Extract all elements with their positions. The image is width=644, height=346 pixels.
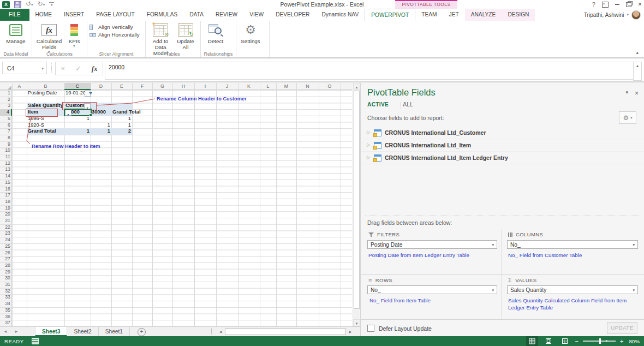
- field-table-row[interactable]: ▷ CRONUS International Ltd_Item: [361, 139, 644, 152]
- settings-button[interactable]: ⚙ Settings: [238, 22, 263, 44]
- row-header-5[interactable]: 5: [0, 116, 12, 122]
- scroll-left-icon[interactable]: ◀: [217, 328, 224, 336]
- row-header-11[interactable]: 11: [0, 154, 12, 160]
- manage-button[interactable]: Manage: [2, 22, 29, 44]
- tab-analyze[interactable]: ANALYZE: [465, 9, 502, 21]
- user-account[interactable]: Tripathi, Ashwini ▾: [584, 9, 641, 21]
- horizontal-scrollbar[interactable]: ◀ ▶: [217, 328, 354, 336]
- update-button[interactable]: UPDATE: [607, 322, 637, 334]
- normal-view-icon[interactable]: [526, 336, 538, 346]
- row-header-37[interactable]: 37: [0, 320, 12, 326]
- row-header-29[interactable]: 29: [0, 269, 12, 276]
- kpis-button[interactable]: KPIs ▾: [66, 22, 82, 47]
- grid-cell-e3[interactable]: [111, 103, 132, 109]
- row-header-2[interactable]: 2: [0, 97, 12, 103]
- pane-options-icon[interactable]: ▾: [625, 90, 628, 97]
- vertical-scroll-thumb[interactable]: [354, 91, 360, 309]
- grid-cell-b6[interactable]: 1920-S: [27, 122, 64, 129]
- row-header-34[interactable]: 34: [0, 301, 12, 307]
- row-header-18[interactable]: 18: [0, 199, 12, 205]
- grid-cell-e5[interactable]: 1: [111, 116, 132, 122]
- expand-formula-bar-icon[interactable]: ▲: [633, 62, 642, 81]
- grid-cell-b7[interactable]: Grand Total: [27, 128, 64, 135]
- column-header-i[interactable]: I: [194, 83, 216, 90]
- update-all-button[interactable]: ↻ Update All: [175, 22, 196, 50]
- row-header-15[interactable]: 15: [0, 180, 12, 186]
- row-header-26[interactable]: 26: [0, 250, 12, 256]
- tab-design[interactable]: DESIGN: [502, 9, 535, 21]
- ribbon-display-options-icon[interactable]: [602, 2, 609, 8]
- column-header-g[interactable]: G: [152, 83, 172, 90]
- expand-icon[interactable]: ▷: [367, 152, 370, 164]
- row-header-8[interactable]: 8: [0, 135, 12, 141]
- scroll-right-icon[interactable]: ▶: [347, 328, 354, 336]
- pane-tab-all[interactable]: ALL: [403, 102, 413, 108]
- macro-record-icon[interactable]: [32, 338, 39, 344]
- row-header-12[interactable]: 12: [0, 160, 12, 167]
- align-horizontally-button[interactable]: Align Horizontally: [90, 32, 140, 38]
- columns-field-dropdown[interactable]: No_▾: [507, 240, 638, 249]
- zoom-out-icon[interactable]: −: [575, 338, 579, 344]
- scroll-down-icon[interactable]: ▾: [353, 319, 360, 326]
- save-icon[interactable]: [14, 1, 21, 8]
- column-header-a[interactable]: A: [12, 83, 27, 90]
- sheet-nav-left-icon[interactable]: ◂: [0, 327, 11, 336]
- tab-bar-splitter[interactable]: [211, 329, 212, 335]
- filters-field-dropdown[interactable]: Posting Date▾: [367, 240, 497, 249]
- tab-jet[interactable]: JET: [443, 9, 465, 21]
- defer-checkbox[interactable]: [367, 325, 374, 332]
- cancel-entry-icon[interactable]: ×: [61, 64, 65, 73]
- expand-icon[interactable]: ▷: [367, 127, 370, 139]
- defer-layout-update[interactable]: Defer Layout Update: [367, 325, 432, 332]
- values-field-dropdown[interactable]: Sales Quantity▾: [507, 285, 638, 294]
- expand-icon[interactable]: ▷: [367, 139, 370, 151]
- column-header-c[interactable]: C: [64, 83, 91, 90]
- column-header-l[interactable]: L: [260, 83, 276, 90]
- grid-cell-e7[interactable]: 2: [111, 128, 132, 135]
- row-header-17[interactable]: 17: [0, 192, 12, 199]
- tab-insert[interactable]: INSERT: [58, 9, 90, 21]
- row-header-1[interactable]: 1: [0, 90, 12, 97]
- customize-qat-icon[interactable]: ▾: [49, 2, 54, 7]
- tab-home[interactable]: HOME: [29, 9, 58, 21]
- grid-cell-e4[interactable]: Grand Total: [111, 109, 132, 116]
- tab-dynamics-nav[interactable]: Dynamics NAV: [315, 9, 365, 21]
- column-header-f[interactable]: F: [132, 83, 152, 90]
- column-header-n[interactable]: N: [296, 83, 319, 90]
- column-header-h[interactable]: H: [172, 83, 194, 90]
- row-header-30[interactable]: 30: [0, 275, 12, 282]
- row-header-25[interactable]: 25: [0, 243, 12, 250]
- field-table-row[interactable]: ▷ CRONUS International Ltd_Customer: [361, 127, 644, 139]
- field-table-row[interactable]: ▷ CRONUS International Ltd_Item Ledger E…: [361, 152, 644, 164]
- page-layout-view-icon[interactable]: [542, 336, 554, 346]
- column-header-b[interactable]: B: [27, 83, 64, 90]
- row-header-36[interactable]: 36: [0, 314, 12, 320]
- tab-team[interactable]: TEAM: [415, 9, 443, 21]
- pane-tab-active[interactable]: ACTIVE: [367, 102, 389, 108]
- row-header-3[interactable]: 3: [0, 103, 12, 109]
- restore-icon[interactable]: [626, 2, 631, 7]
- page-break-view-icon[interactable]: [559, 336, 571, 346]
- zoom-slider[interactable]: [583, 341, 616, 342]
- row-header-4[interactable]: 4: [0, 109, 12, 116]
- tools-gear-button[interactable]: ⚙ ▾: [619, 111, 636, 124]
- row-header-14[interactable]: 14: [0, 173, 12, 180]
- column-header-d[interactable]: D: [91, 83, 111, 90]
- row-header-35[interactable]: 35: [0, 307, 12, 314]
- grid-cell-d7[interactable]: 1: [91, 128, 111, 135]
- column-header-m[interactable]: M: [276, 83, 296, 90]
- minimize-icon[interactable]: [615, 4, 619, 5]
- new-sheet-icon[interactable]: +: [138, 328, 146, 336]
- row-header-24[interactable]: 24: [0, 237, 12, 243]
- row-header-19[interactable]: 19: [0, 205, 12, 212]
- tab-file[interactable]: FILE: [0, 9, 29, 21]
- row-header-28[interactable]: 28: [0, 263, 12, 269]
- row-header-31[interactable]: 31: [0, 282, 12, 288]
- help-icon[interactable]: ?: [592, 1, 595, 8]
- close-icon[interactable]: ×: [638, 1, 642, 8]
- row-header-27[interactable]: 27: [0, 256, 12, 263]
- row-header-22[interactable]: 22: [0, 224, 12, 231]
- tab-powerpivot[interactable]: POWERPIVOT: [365, 9, 415, 21]
- grid-cell-e6[interactable]: 1: [111, 122, 132, 129]
- tab-developer[interactable]: DEVELOPER: [270, 9, 315, 21]
